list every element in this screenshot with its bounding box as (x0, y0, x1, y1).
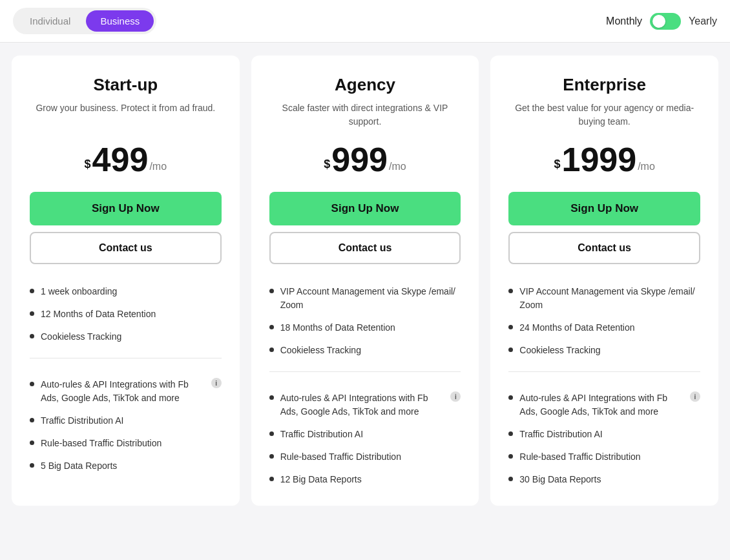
feature-text: 24 Months of Data Retention (519, 321, 634, 335)
startup-extra-features: Auto-rules & API Integrations with Fb Ad… (30, 373, 222, 473)
list-item: Cookieless Tracking (508, 344, 700, 357)
list-item: Auto-rules & API Integrations with Fb Ad… (30, 378, 222, 405)
bullet-icon (508, 477, 513, 481)
startup-features: 1 week onboarding 12 Months of Data Rete… (30, 280, 222, 344)
pricing-grid: Start-up Grow your business. Protect it … (0, 43, 730, 519)
bullet-icon (269, 289, 274, 293)
list-item: 1 week onboarding (30, 285, 222, 298)
list-item: VIP Account Management via Skype /email/… (269, 285, 461, 312)
agency-plan-name: Agency (269, 75, 461, 95)
bullet-icon (508, 347, 513, 352)
monthly-label: Monthly (606, 16, 642, 27)
list-item: Traffic Distribution AI (508, 428, 700, 441)
agency-signup-button[interactable]: Sign Up Now (269, 192, 461, 225)
feature-text: Rule-based Traffic Distribution (280, 450, 401, 464)
bullet-icon (508, 325, 513, 329)
bullet-icon (269, 431, 274, 436)
bullet-icon (508, 431, 513, 436)
billing-toggle-switch[interactable] (650, 13, 681, 30)
agency-features: VIP Account Management via Skype /email/… (269, 280, 461, 357)
feature-text: Auto-rules & API Integrations with Fb Ad… (41, 378, 202, 405)
billing-toggle-group: Monthly Yearly (606, 13, 717, 30)
list-item: 18 Months of Data Retention (269, 321, 461, 335)
feature-text: 12 Months of Data Retention (41, 307, 156, 321)
list-item: Traffic Distribution AI (30, 414, 222, 428)
bullet-icon (30, 418, 34, 422)
feature-text: Rule-based Traffic Distribution (41, 437, 162, 450)
list-item: Traffic Distribution AI (269, 428, 461, 441)
agency-extra-features: Auto-rules & API Integrations with Fb Ad… (269, 386, 461, 486)
bullet-icon (508, 395, 513, 400)
startup-signup-button[interactable]: Sign Up Now (30, 192, 222, 225)
startup-card: Start-up Grow your business. Protect it … (12, 56, 240, 506)
startup-contact-button[interactable]: Contact us (30, 232, 222, 264)
feature-text: Auto-rules & API Integrations with Fb Ad… (519, 391, 681, 419)
bullet-icon (269, 454, 274, 459)
feature-text: VIP Account Management via Skype /email/… (519, 285, 700, 312)
list-item: 30 Big Data Reports (508, 473, 700, 486)
bullet-icon (30, 311, 34, 316)
individual-tab[interactable]: Individual (16, 10, 85, 32)
business-tab[interactable]: Business (86, 10, 154, 32)
bullet-icon (269, 325, 274, 329)
list-item: Rule-based Traffic Distribution (269, 450, 461, 464)
feature-text: Cookieless Tracking (519, 344, 600, 357)
bullet-icon (269, 395, 274, 400)
list-item: Rule-based Traffic Distribution (30, 437, 222, 450)
info-icon: i (450, 391, 461, 402)
list-item: 5 Big Data Reports (30, 459, 222, 473)
feature-text: Cookieless Tracking (41, 330, 121, 344)
feature-text: 5 Big Data Reports (41, 459, 117, 473)
enterprise-plan-desc: Get the best value for your agency or me… (508, 101, 700, 129)
divider (30, 358, 222, 358)
bullet-icon (30, 441, 34, 445)
bullet-icon (30, 289, 34, 293)
agency-period: /mo (389, 161, 406, 172)
bullet-icon (30, 334, 34, 338)
enterprise-extra-features: Auto-rules & API Integrations with Fb Ad… (508, 386, 700, 486)
agency-card: Agency Scale faster with direct integrat… (251, 56, 479, 506)
list-item: Rule-based Traffic Distribution (508, 450, 700, 464)
feature-text: 30 Big Data Reports (519, 473, 601, 486)
bullet-icon (269, 347, 274, 352)
feature-text: 1 week onboarding (41, 285, 117, 298)
feature-text: 12 Big Data Reports (280, 473, 362, 486)
top-bar: Individual Business Monthly Yearly (0, 0, 730, 43)
feature-text: Traffic Distribution AI (519, 428, 602, 441)
enterprise-signup-button[interactable]: Sign Up Now (508, 192, 700, 225)
startup-plan-desc: Grow your business. Protect it from ad f… (30, 101, 222, 129)
list-item: 12 Months of Data Retention (30, 307, 222, 321)
startup-price: 499 (92, 143, 149, 176)
enterprise-card: Enterprise Get the best value for your a… (490, 56, 718, 506)
info-icon: i (211, 378, 222, 388)
bullet-icon (30, 382, 34, 386)
list-item: Cookieless Tracking (30, 330, 222, 344)
list-item: Auto-rules & API Integrations with Fb Ad… (508, 391, 700, 419)
agency-plan-desc: Scale faster with direct integrations & … (269, 101, 461, 129)
divider (269, 371, 461, 372)
agency-price-row: $ 999 /mo (269, 143, 461, 176)
agency-contact-button[interactable]: Contact us (269, 232, 461, 264)
yearly-label: Yearly (689, 16, 717, 27)
startup-price-row: $ 499 /mo (30, 143, 222, 176)
startup-currency: $ (85, 158, 91, 171)
info-icon: i (690, 391, 700, 402)
list-item: Auto-rules & API Integrations with Fb Ad… (269, 391, 461, 419)
bullet-icon (508, 289, 513, 293)
divider (508, 371, 700, 372)
feature-text: Auto-rules & API Integrations with Fb Ad… (280, 391, 442, 419)
bullet-icon (30, 463, 34, 468)
feature-text: Rule-based Traffic Distribution (519, 450, 640, 464)
list-item: VIP Account Management via Skype /email/… (508, 285, 700, 312)
feature-text: Traffic Distribution AI (41, 414, 123, 428)
enterprise-period: /mo (638, 161, 655, 172)
enterprise-currency: $ (554, 158, 560, 171)
feature-text: Traffic Distribution AI (280, 428, 363, 441)
enterprise-price-row: $ 1999 /mo (508, 143, 700, 176)
feature-text: 18 Months of Data Retention (280, 321, 395, 335)
enterprise-contact-button[interactable]: Contact us (508, 232, 700, 264)
feature-text: VIP Account Management via Skype /email/… (280, 285, 461, 312)
agency-currency: $ (324, 158, 330, 171)
startup-plan-name: Start-up (30, 75, 222, 95)
list-item: 12 Big Data Reports (269, 473, 461, 486)
